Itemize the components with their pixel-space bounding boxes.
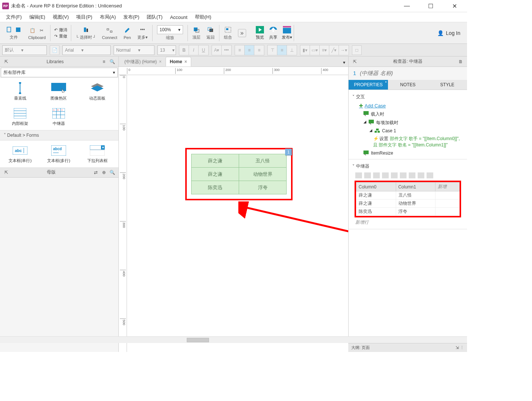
interactions-section[interactable]: ˅ 交互	[352, 92, 463, 101]
masters-search-icon[interactable]: 🔍	[108, 170, 116, 175]
outline-footer[interactable]: 大纲: 页面 ⇲ ⋮	[348, 343, 467, 352]
repeater-widget[interactable]: 1 薛之谦丑八怪 薛之谦动物世界 陈奕迅浮夸	[185, 148, 293, 200]
widget-repeater[interactable]: ABC中继器	[40, 105, 77, 129]
repeater-data-grid[interactable]: Column0Column1新增 薛之谦丑八怪 薛之谦动物世界 陈奕迅浮夸	[355, 181, 461, 217]
masters-add-icon[interactable]: ⊕	[100, 170, 108, 175]
underline-button[interactable]: U	[199, 45, 208, 55]
zoom-select[interactable]: 100%▾	[157, 25, 183, 34]
align-right-button[interactable]: ≡	[254, 45, 264, 55]
page-icon[interactable]: 🗎	[457, 59, 465, 64]
rp-btn[interactable]	[391, 172, 398, 178]
tab-style[interactable]: STYLE	[428, 80, 467, 90]
menu-team[interactable]: 团队(T)	[144, 13, 166, 22]
undo-button[interactable]: ↶ 撤消	[54, 27, 67, 33]
menu-edit[interactable]: 编辑(E)	[26, 13, 48, 22]
more-icon[interactable]: •••	[138, 26, 147, 34]
add-row[interactable]: 新增行	[352, 218, 463, 227]
repeater-section[interactable]: ˅ 中继器	[352, 162, 463, 171]
event-each-load[interactable]: ◢ 每项加载时	[352, 119, 463, 127]
line-color-button[interactable]: ▭▾	[310, 45, 320, 55]
save-icon[interactable]	[14, 26, 22, 34]
italic-button[interactable]: I	[189, 45, 199, 55]
select-mode-icon[interactable]	[82, 26, 90, 34]
align-center-button[interactable]: ≡	[245, 45, 254, 55]
widget-name[interactable]: (中继器 名称)	[360, 70, 393, 77]
library-select[interactable]: 所有部件库▾	[1, 68, 118, 77]
tab-notes[interactable]: NOTES	[388, 80, 427, 90]
event-onload[interactable]: 载入时	[352, 110, 463, 119]
valign-bot-button[interactable]: ⊥	[287, 45, 297, 55]
more-text-button[interactable]: •••	[222, 45, 231, 55]
widget-vline[interactable]: 垂直线	[1, 80, 39, 103]
overflow-icon[interactable]: »	[238, 29, 246, 37]
text-color-button[interactable]: A▾	[212, 45, 222, 55]
search-icon[interactable]: 🔍	[108, 59, 116, 64]
style-select[interactable]: 默认▾	[2, 45, 47, 55]
menu-view[interactable]: 视图(V)	[50, 13, 72, 22]
widget-hotspot[interactable]: 图像热区	[40, 80, 77, 103]
tab-repeater-home[interactable]: (中继器) (Home)×	[120, 57, 166, 67]
inspector-collapse-icon[interactable]: ⇱	[351, 59, 359, 64]
widget-textfield[interactable]: abc文本框(单行)	[1, 142, 39, 166]
font-select[interactable]: Arial▾	[62, 45, 111, 55]
tabs-dropdown-icon[interactable]: ▾	[342, 58, 347, 67]
menu-file[interactable]: 文件(F)	[3, 13, 25, 22]
font-size-select[interactable]: 13▾	[157, 45, 176, 55]
publish-button[interactable]: 发布▾	[282, 26, 292, 40]
fill-button[interactable]: ▮▾	[300, 45, 310, 55]
menu-icon[interactable]: ≡	[100, 59, 108, 64]
valign-mid-button[interactable]: ≡	[277, 45, 287, 55]
minimize-button[interactable]: —	[399, 3, 414, 10]
close-icon[interactable]: ×	[185, 59, 187, 64]
maximize-button[interactable]: ☐	[423, 3, 438, 10]
font-weight-select[interactable]: Normal▾	[114, 45, 154, 55]
paintformat-icon[interactable]: 📄	[50, 45, 59, 55]
rp-btn[interactable]	[382, 172, 389, 178]
menu-account[interactable]: Account	[167, 13, 190, 21]
close-icon[interactable]: ×	[159, 59, 161, 64]
menu-publish[interactable]: 发布(P)	[120, 13, 142, 22]
bold-button[interactable]: B	[179, 45, 189, 55]
close-button[interactable]: ✕	[447, 3, 462, 10]
connect-icon[interactable]	[105, 26, 114, 35]
menu-arrange[interactable]: 布局(A)	[97, 13, 119, 22]
tab-home[interactable]: Home×	[166, 57, 191, 67]
arrow-button[interactable]: →▾	[339, 45, 349, 55]
action-set-text[interactable]: ⚡ 设置 部件文字 歌手 = "[[Item.Column0]]", 且 部件文…	[352, 135, 463, 149]
copy-icon[interactable]: 📋	[29, 26, 37, 35]
redo-button[interactable]: ↷ 重做	[54, 33, 67, 39]
back-icon[interactable]	[206, 26, 215, 34]
share-button[interactable]: 共享	[268, 26, 278, 40]
pen-icon[interactable]	[123, 26, 131, 35]
tab-properties[interactable]: PROPERTIES	[349, 80, 388, 90]
top-layer-icon[interactable]	[192, 26, 200, 34]
menu-project[interactable]: 项目(P)	[73, 13, 95, 22]
align-left-button[interactable]: ≡	[235, 45, 245, 55]
hscrollbar[interactable]	[0, 336, 467, 343]
rp-btn[interactable]	[364, 172, 371, 178]
rp-btn[interactable]	[418, 172, 424, 178]
widget-textarea[interactable]: abcd文本框(多行)	[40, 142, 77, 166]
masters-swap-icon[interactable]: ⇄	[92, 170, 100, 175]
valign-top-button[interactable]: ⊤	[268, 45, 277, 55]
add-case-link[interactable]: ✚ Add Case	[352, 101, 463, 110]
event-item-resize[interactable]: ItemResize	[352, 149, 463, 157]
forms-section[interactable]: ˅ Default > Forms	[0, 130, 118, 140]
line-style-button[interactable]: ╱▾	[329, 45, 339, 55]
collapse-icon[interactable]: ⇱	[2, 59, 10, 64]
rp-btn[interactable]	[409, 172, 415, 178]
rp-btn[interactable]	[373, 172, 380, 178]
group-icon[interactable]	[224, 26, 232, 34]
widget-iframe[interactable]: 内部框架	[1, 105, 39, 129]
case-1[interactable]: ◢ Case 1	[352, 127, 463, 135]
rp-btn[interactable]	[427, 172, 433, 178]
preview-button[interactable]: 预览	[255, 26, 265, 40]
rp-btn[interactable]	[355, 172, 362, 178]
masters-collapse-icon[interactable]: ⇱	[2, 170, 10, 175]
rp-btn[interactable]	[400, 172, 407, 178]
line-width-button[interactable]: ≡▾	[320, 45, 329, 55]
widget-dynpanel[interactable]: 动态面板	[79, 80, 116, 103]
menu-help[interactable]: 帮助(H)	[192, 13, 214, 22]
cut-icon[interactable]: ✂	[37, 26, 46, 35]
new-file-icon[interactable]	[5, 26, 13, 34]
